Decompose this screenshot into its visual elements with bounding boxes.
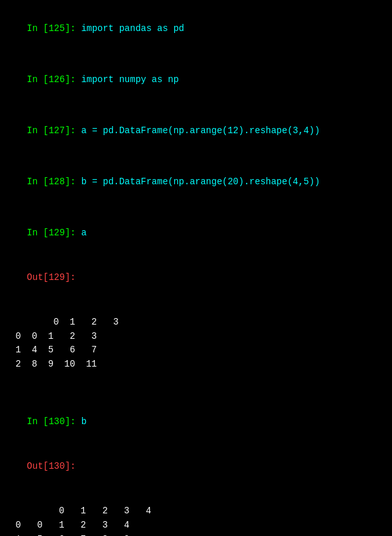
cell-130-out-label: Out[130]: [5,445,387,489]
cell-130-in: In [130]: b [5,400,387,445]
blank [5,102,387,109]
cell-129-out: 0 1 2 3 0 0 1 2 3 1 4 5 6 7 2 8 9 10 11 [5,300,387,387]
terminal-container: In [125]: import pandas as pd In [126]: … [0,3,392,536]
in-label-129: In [129]: [27,228,76,238]
blank [5,153,387,160]
cell-126: In [126]: import numpy as np [5,58,387,102]
in-label-126: In [126]: [27,74,76,85]
out-label-130: Out[130]: [27,461,76,471]
blank [5,51,387,58]
blank [5,387,387,394]
code-126: import numpy as np [76,74,179,85]
blank [5,204,387,211]
cell-127: In [127]: a = pd.DataFrame(np.arange(12)… [5,109,387,153]
in-label-128: In [128]: [27,177,76,187]
blank [5,394,387,400]
in-label-130: In [130]: [27,416,76,427]
code-130: b [76,416,87,427]
code-128: b = pd.DataFrame(np.arange(20).reshape(4… [76,177,320,187]
code-129: a [76,228,87,238]
cell-128: In [128]: b = pd.DataFrame(np.arange(20)… [5,160,387,204]
cell-129-in: In [129]: a [5,211,387,255]
cell-129-out-label: Out[129]: [5,255,387,300]
in-label-125: In [125]: [27,23,76,34]
in-label-127: In [127]: [27,125,76,136]
cell-130-out: 0 1 2 3 4 0 0 1 2 3 4 1 5 6 7 8 9 2 10 1… [5,489,387,536]
out-data-129: 0 1 2 3 0 0 1 2 3 1 4 5 6 7 2 8 9 10 11 [15,317,119,369]
out-data-130: 0 1 2 3 4 0 0 1 2 3 4 1 5 6 7 8 9 2 10 1… [15,506,151,536]
cell-125: In [125]: import pandas as pd [5,6,387,51]
code-125: import pandas as pd [76,23,184,34]
code-127: a = pd.DataFrame(np.arange(12).reshape(3… [76,125,320,136]
out-label-129: Out[129]: [27,272,76,283]
